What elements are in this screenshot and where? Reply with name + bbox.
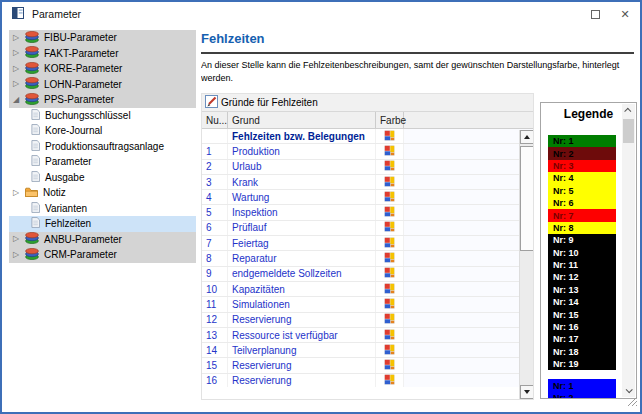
expand-arrow-icon[interactable]: ▷ <box>13 65 25 73</box>
row-grund[interactable]: Reservierung <box>228 358 376 372</box>
table-row[interactable]: 13 Ressource ist verfügbar <box>202 328 533 343</box>
table-row[interactable]: 15 Reservierung <box>202 358 533 373</box>
table-row[interactable]: 9 endgemeldete Sollzeiten <box>202 267 533 282</box>
tree-item[interactable]: Varianten <box>9 201 196 217</box>
row-farbe-cell[interactable] <box>376 129 404 143</box>
tree-item[interactable]: ◢ <box>9 92 196 108</box>
table-row[interactable]: 8 Reparatur <box>202 251 533 266</box>
table-row[interactable]: 12 Reservierung <box>202 313 533 328</box>
table-row[interactable]: 1 Produktion <box>202 144 533 159</box>
table-row[interactable]: 16 Reservierung <box>202 374 533 387</box>
tree-item[interactable]: ▷ <box>9 232 196 248</box>
row-farbe-cell[interactable] <box>376 374 404 387</box>
table-row[interactable]: 4 Wartung <box>202 190 533 205</box>
tree-item[interactable]: Buchungsschlüssel <box>9 108 196 124</box>
table-row[interactable]: 11 Simulationen <box>202 297 533 312</box>
table-row[interactable]: 7 Feiertag <box>202 236 533 251</box>
tree-item[interactable]: ▷ <box>9 185 196 201</box>
color-picker-icon[interactable] <box>384 206 395 219</box>
expand-arrow-icon[interactable]: ◢ <box>13 96 25 104</box>
grid-scrollbar[interactable] <box>519 130 533 399</box>
scroll-up-button[interactable] <box>520 130 534 144</box>
row-grund[interactable]: Inspektion <box>228 205 376 219</box>
row-grund[interactable]: Fehlzeiten bzw. Belegungen <box>228 129 376 143</box>
close-button[interactable]: ✕ <box>610 3 640 25</box>
color-picker-icon[interactable] <box>384 176 395 189</box>
expand-arrow-icon[interactable]: ▷ <box>13 189 25 197</box>
column-header-grund[interactable]: Grund <box>228 112 376 128</box>
row-grund[interactable]: Urlaub <box>228 160 376 174</box>
color-picker-icon[interactable] <box>384 145 395 158</box>
color-picker-icon[interactable] <box>384 374 395 387</box>
tree-item[interactable]: ▷ <box>9 61 196 77</box>
row-grund[interactable]: Krank <box>228 175 376 189</box>
tree-item[interactable]: ▷ <box>9 46 196 62</box>
row-grund[interactable]: Produktion <box>228 144 376 158</box>
row-farbe-cell[interactable] <box>376 190 404 204</box>
row-grund[interactable]: Simulationen <box>228 297 376 311</box>
row-grund[interactable]: endgemeldete Sollzeiten <box>228 267 376 281</box>
row-grund[interactable]: Prüflauf <box>228 221 376 235</box>
row-farbe-cell[interactable] <box>376 160 404 174</box>
maximize-button[interactable] <box>580 3 610 25</box>
row-farbe-cell[interactable] <box>376 144 404 158</box>
row-farbe-cell[interactable] <box>376 343 404 357</box>
legend-scrollbar[interactable] <box>622 104 635 397</box>
row-farbe-cell[interactable] <box>376 297 404 311</box>
tree-item[interactable]: Kore-Journal <box>9 123 196 139</box>
row-grund[interactable]: Wartung <box>228 190 376 204</box>
color-picker-icon[interactable] <box>384 160 395 173</box>
row-grund[interactable]: Reparatur <box>228 251 376 265</box>
table-row[interactable]: Fehlzeiten bzw. Belegungen <box>202 129 533 144</box>
table-row[interactable]: 3 Krank <box>202 175 533 190</box>
color-picker-icon[interactable] <box>384 221 395 234</box>
color-picker-icon[interactable] <box>384 283 395 296</box>
row-farbe-cell[interactable] <box>376 236 404 250</box>
table-row[interactable]: 14 Teilverplanung <box>202 343 533 358</box>
expand-arrow-icon[interactable]: ▷ <box>13 251 25 259</box>
row-farbe-cell[interactable] <box>376 251 404 265</box>
color-picker-icon[interactable] <box>384 344 395 357</box>
row-grund[interactable]: Teilverplanung <box>228 343 376 357</box>
color-picker-icon[interactable] <box>384 313 395 326</box>
tree-item[interactable]: ▷ <box>9 247 196 263</box>
row-grund[interactable]: Feiertag <box>228 236 376 250</box>
expand-arrow-icon[interactable]: ▷ <box>13 235 25 243</box>
row-farbe-cell[interactable] <box>376 358 404 372</box>
tree-item[interactable]: Fehlzeiten <box>9 216 196 232</box>
column-header-nr[interactable]: Nu... <box>202 112 228 128</box>
row-farbe-cell[interactable] <box>376 205 404 219</box>
expand-arrow-icon[interactable]: ▷ <box>13 34 25 42</box>
color-picker-icon[interactable] <box>384 130 395 143</box>
row-grund[interactable]: Ressource ist verfügbar <box>228 328 376 342</box>
edit-pencil-icon[interactable] <box>205 95 218 110</box>
table-row[interactable]: 10 Kapazitäten <box>202 282 533 297</box>
color-picker-icon[interactable] <box>384 252 395 265</box>
expand-arrow-icon[interactable]: ▷ <box>13 80 25 88</box>
color-picker-icon[interactable] <box>384 329 395 342</box>
color-picker-icon[interactable] <box>384 237 395 250</box>
table-row[interactable]: 6 Prüflauf <box>202 221 533 236</box>
expand-arrow-icon[interactable]: ▷ <box>13 49 25 57</box>
scrollbar-thumb[interactable] <box>520 146 534 251</box>
color-picker-icon[interactable] <box>384 298 395 311</box>
row-farbe-cell[interactable] <box>376 328 404 342</box>
row-farbe-cell[interactable] <box>376 267 404 281</box>
color-picker-icon[interactable] <box>384 191 395 204</box>
column-header-farbe[interactable]: Farbe <box>376 112 404 128</box>
table-row[interactable]: 5 Inspektion <box>202 205 533 220</box>
legend-scrollbar-thumb[interactable] <box>623 119 634 143</box>
row-grund[interactable]: Kapazitäten <box>228 282 376 296</box>
color-picker-icon[interactable] <box>384 359 395 372</box>
tree-item[interactable]: ▷ <box>9 30 196 46</box>
row-farbe-cell[interactable] <box>376 282 404 296</box>
table-row[interactable]: 2 Urlaub <box>202 160 533 175</box>
tree-item[interactable]: Produktionsauftragsanlage <box>9 139 196 155</box>
scroll-down-button[interactable] <box>520 385 534 399</box>
tree-item[interactable]: ▷ <box>9 77 196 93</box>
resize-grip[interactable] <box>627 393 638 411</box>
row-grund[interactable]: Reservierung <box>228 313 376 327</box>
legend-scroll-up-button[interactable] <box>622 104 635 117</box>
row-farbe-cell[interactable] <box>376 221 404 235</box>
tree-item[interactable]: Parameter <box>9 154 196 170</box>
